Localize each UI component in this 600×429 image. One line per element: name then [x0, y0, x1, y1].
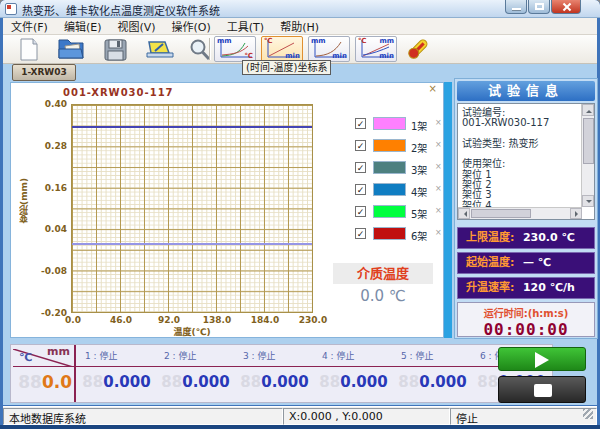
legend-remove-icon[interactable]: ×: [435, 184, 442, 193]
legend-remove-icon[interactable]: ×: [435, 228, 442, 237]
y-axis-title: 变形(mm): [17, 178, 30, 223]
scroll-right-button[interactable]: [570, 208, 582, 219]
status-state: 停止: [450, 408, 597, 425]
status-bar: 本地数据库系统 X:0.000 , Y:0.000 停止: [3, 406, 597, 425]
log-button[interactable]: [143, 37, 177, 62]
ghost-digits: 88: [82, 373, 103, 391]
axis-label: mm: [379, 38, 394, 45]
medium-temperature-value: 0.0 ℃: [333, 287, 433, 305]
channel-display: 880.000: [77, 373, 156, 391]
scroll-up-button[interactable]: [582, 104, 594, 116]
chart-close-icon[interactable]: ×: [429, 84, 437, 94]
open-file-button[interactable]: [55, 37, 89, 62]
ghost-digits: 88: [398, 373, 419, 391]
stop-button[interactable]: [498, 376, 586, 403]
start-temp-row: 起始温度: — ℃: [457, 252, 595, 274]
chart-tab[interactable]: 1-XRW03: [12, 64, 76, 81]
scroll-thumb[interactable]: [471, 209, 531, 218]
menu-operate[interactable]: 操作(O): [164, 17, 219, 35]
legend-row: ✓ 2架 ×: [355, 139, 441, 153]
legend-checkbox[interactable]: ✓: [355, 140, 366, 151]
legend-checkbox[interactable]: ✓: [355, 184, 366, 195]
new-file-button[interactable]: [11, 37, 45, 62]
x-tick: 0.0: [53, 315, 93, 325]
test-info-box: 试验编号: 001-XRW030-117 试验类型: 热变形 使用架位: 架位 …: [457, 103, 595, 220]
x-tick: 92.0: [149, 315, 189, 325]
channel-value: 0.000: [340, 373, 387, 391]
axis-label: min: [285, 53, 300, 60]
runtime-label: 运行时间:(h:m:s): [458, 305, 594, 320]
panel-splitter[interactable]: [444, 82, 452, 338]
channel-display: 880.000: [235, 373, 314, 391]
scroll-thumb[interactable]: [583, 118, 594, 164]
axis-label: mm: [311, 38, 326, 45]
test-info-header: 试验信息: [457, 81, 595, 101]
close-button[interactable]: [551, 0, 581, 14]
temperature-value: 0.0: [42, 372, 72, 392]
axis-label: mm: [217, 38, 232, 45]
scroll-down-button[interactable]: [582, 195, 594, 207]
thermometer-button[interactable]: [405, 37, 431, 62]
y-tick: 0.16: [31, 183, 67, 193]
test-info-panel: 试验信息 试验编号: 001-XRW030-117 试验类型: 热变形 使用架位…: [454, 78, 598, 339]
legend-label: 2架: [411, 140, 427, 155]
legend-remove-icon[interactable]: ×: [435, 140, 442, 149]
x-tick: 184.0: [245, 315, 285, 325]
legend-remove-icon[interactable]: ×: [435, 118, 442, 127]
reference-line-upper: [72, 126, 312, 128]
channel-5: 5 : 停止 880.000: [393, 345, 472, 402]
window-title: 热变形、维卡软化点温度测定仪软件系统: [22, 2, 220, 18]
minimize-button[interactable]: [505, 0, 527, 14]
vertical-scrollbar[interactable]: [581, 104, 594, 207]
menu-tools[interactable]: 工具(T): [219, 17, 272, 35]
runtime-box: 运行时间:(h:m:s) 00:00:00: [457, 302, 595, 337]
legend-checkbox[interactable]: ✓: [355, 228, 366, 239]
legend-row: ✓ 3架 ×: [355, 161, 441, 175]
axis-label: min: [379, 53, 394, 60]
menu-file[interactable]: 文件(F): [3, 17, 56, 35]
resize-grip[interactable]: [583, 409, 593, 419]
menu-help[interactable]: 帮助(H): [272, 17, 327, 35]
legend-label: 3架: [411, 162, 427, 177]
legend-swatch: [373, 227, 406, 240]
channel-3: 3 : 停止 880.000: [235, 345, 314, 402]
view-time-deform-button[interactable]: mm min: [308, 36, 350, 62]
view-time-temp-button[interactable]: ℃ min: [261, 36, 303, 62]
legend-remove-icon[interactable]: ×: [435, 162, 442, 171]
horizontal-scrollbar[interactable]: [458, 207, 582, 219]
maximize-button[interactable]: [528, 0, 550, 14]
play-icon: [535, 352, 549, 368]
view-combined-button[interactable]: ℃ mm min: [355, 36, 397, 62]
heat-rate-value: 120 ℃/h: [523, 281, 575, 294]
tooltip: (时间-温度)坐标系: [242, 60, 331, 75]
save-button[interactable]: [99, 37, 133, 62]
close-icon: [561, 2, 572, 12]
app-icon: [5, 3, 17, 15]
view-temp-deform-button[interactable]: mm ℃: [214, 36, 256, 62]
y-tick: 0.40: [31, 99, 67, 109]
window-frame-bottom: [0, 425, 600, 429]
x-tick: 138.0: [197, 315, 237, 325]
legend-row: ✓ 5架 ×: [355, 205, 441, 219]
new-document-icon: [11, 37, 45, 62]
plot-area: [71, 104, 313, 313]
legend-checkbox[interactable]: ✓: [355, 118, 366, 129]
toolbar-separator: [209, 38, 210, 60]
legend-remove-icon[interactable]: ×: [435, 206, 442, 215]
upper-limit-row: 上限温度: 230.0 ℃: [457, 227, 595, 249]
info-line: 试验类型: 热变形: [462, 139, 577, 149]
scroll-left-button[interactable]: [458, 208, 470, 219]
legend-row: ✓ 1架 ×: [355, 117, 441, 131]
ghost-digits: 88: [477, 373, 498, 391]
channel-status: 1 : 停止: [85, 349, 117, 362]
start-button[interactable]: [498, 347, 586, 371]
heat-rate-row: 升温速率: 120 ℃/h: [457, 277, 595, 299]
menu-edit[interactable]: 编辑(E): [56, 17, 110, 35]
legend-checkbox[interactable]: ✓: [355, 162, 366, 173]
channel-display: 880.000: [314, 373, 393, 391]
minimize-icon: [512, 8, 521, 10]
legend-swatch: [373, 161, 406, 174]
menu-view[interactable]: 视图(V): [109, 17, 163, 35]
legend-label: 6架: [411, 228, 427, 243]
legend-checkbox[interactable]: ✓: [355, 206, 366, 217]
